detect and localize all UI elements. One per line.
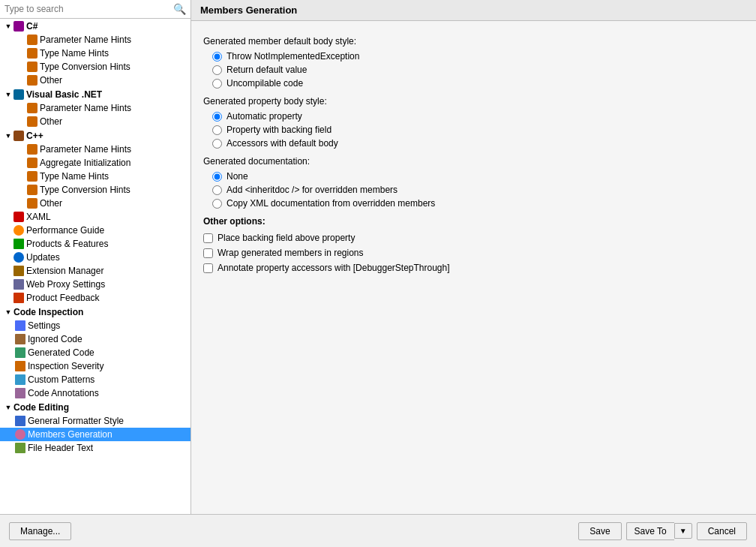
save-to-button-group: Save To ▼ xyxy=(626,522,692,540)
tree-ci-severity[interactable]: Inspection Severity xyxy=(0,359,190,373)
manage-button[interactable]: Manage... xyxy=(9,522,71,540)
tree-cpp-type-name[interactable]: Type Name Hints xyxy=(0,170,190,183)
save-button[interactable]: Save xyxy=(578,522,621,540)
tree-web-proxy[interactable]: ▶ Web Proxy Settings xyxy=(0,278,190,291)
tree-vb-param-hints[interactable]: Parameter Name Hints xyxy=(0,101,190,115)
hints-icon xyxy=(27,62,38,72)
hints-icon xyxy=(27,198,38,209)
prop-body-group: Automatic property Property with backing… xyxy=(212,111,744,149)
checkbox-2: Annotate property accessors with [Debugg… xyxy=(203,263,744,273)
checkbox-0: Place backing field above property xyxy=(203,233,744,243)
doc-radio-2[interactable] xyxy=(212,199,222,209)
doc-group: None Add <inheritdoc /> for overridden m… xyxy=(212,171,744,209)
custom-icon xyxy=(15,374,26,385)
tree-products[interactable]: ▶ Products & Features xyxy=(0,237,190,251)
xaml-icon xyxy=(14,212,24,222)
tree-vbnet[interactable]: ▼ Visual Basic .NET xyxy=(0,87,190,101)
prop-body-radio-1[interactable] xyxy=(212,125,222,135)
prop-body-opt-2: Accessors with default body xyxy=(212,138,744,149)
prop-body-radio-2[interactable] xyxy=(212,139,222,149)
tree-csharp-type-name[interactable]: Type Name Hints xyxy=(0,47,190,60)
doc-radio-0[interactable] xyxy=(212,172,222,182)
cpp-arrow: ▼ xyxy=(3,131,14,141)
tree-csharp[interactable]: ▼ C# xyxy=(0,19,190,33)
tree-xaml[interactable]: ▶ XAML xyxy=(0,210,190,224)
tree-ce-gen-fmt[interactable]: General Formatter Style xyxy=(0,414,190,428)
prop-body-opt-1-label: Property with backing field xyxy=(226,125,332,135)
tree-ci-settings[interactable]: Settings xyxy=(0,319,190,332)
tree-ci-custom[interactable]: Custom Patterns xyxy=(0,373,190,386)
tree-ce-file-header[interactable]: File Header Text xyxy=(0,441,190,455)
ignored-icon xyxy=(15,334,26,344)
checkbox-input-1[interactable] xyxy=(203,248,213,258)
prop-body-opt-2-label: Accessors with default body xyxy=(226,138,338,149)
vbnet-label: Visual Basic .NET xyxy=(26,89,102,100)
panel-title: Members Generation xyxy=(191,0,756,21)
hints-icon xyxy=(27,185,38,195)
tree-csharp-other[interactable]: Other xyxy=(0,74,190,87)
members-icon xyxy=(15,429,26,440)
doc-label: Generated documentation: xyxy=(203,156,744,167)
search-bar: 🔍 xyxy=(0,0,190,19)
severity-icon xyxy=(15,361,26,371)
code-edit-arrow: ▼ xyxy=(3,402,14,413)
other-options-title: Other options: xyxy=(203,216,744,227)
checkbox-input-0[interactable] xyxy=(203,233,213,243)
doc-radio-1[interactable] xyxy=(212,185,222,195)
vbnet-arrow: ▼ xyxy=(3,89,14,100)
tree-vb-other[interactable]: Other xyxy=(0,115,190,128)
tree-csharp-type-conv[interactable]: Type Conversion Hints xyxy=(0,60,190,74)
hints-icon xyxy=(27,171,38,182)
body-style-opt-0-label: Throw NotImplementedException xyxy=(226,51,359,62)
updates-icon xyxy=(14,252,24,263)
prop-body-label: Generated property body style: xyxy=(203,96,744,107)
tree-cpp-other[interactable]: Other xyxy=(0,197,190,210)
annot-icon xyxy=(15,388,26,398)
checkbox-input-2[interactable] xyxy=(203,263,213,273)
tree-ce-members-gen[interactable]: Members Generation xyxy=(0,428,190,441)
save-to-button[interactable]: Save To xyxy=(626,522,674,540)
tree-csharp-param-hints[interactable]: Parameter Name Hints xyxy=(0,33,190,47)
tree-code-editing[interactable]: ▼ Code Editing xyxy=(0,400,190,414)
checkbox-label-0: Place backing field above property xyxy=(218,233,355,243)
prop-body-radio-0[interactable] xyxy=(212,112,222,122)
cancel-button[interactable]: Cancel xyxy=(697,522,747,540)
tree-code-inspection[interactable]: ▼ Code Inspection xyxy=(0,305,190,319)
body-style-radio-1[interactable] xyxy=(212,65,222,75)
hints-icon xyxy=(27,144,38,155)
settings-icon xyxy=(15,320,26,331)
hints-icon xyxy=(27,116,38,127)
save-to-arrow-button[interactable]: ▼ xyxy=(674,523,692,539)
left-panel: 🔍 ▼ C# Parameter Name Hints Type Name Hi… xyxy=(0,0,191,514)
tree-cpp-type-conv[interactable]: Type Conversion Hints xyxy=(0,183,190,197)
tree-ci-ignored-code[interactable]: Ignored Code xyxy=(0,332,190,346)
doc-opt-0: None xyxy=(212,171,744,182)
prop-body-opt-1: Property with backing field xyxy=(212,125,744,135)
body-style-opt-2: Uncompilable code xyxy=(212,78,744,89)
file-hdr-icon xyxy=(15,443,26,453)
tree-updates[interactable]: ▶ Updates xyxy=(0,251,190,264)
body-style-radio-2[interactable] xyxy=(212,79,222,89)
checkbox-label-1: Wrap generated members in regions xyxy=(218,248,364,258)
tree-ci-annotations[interactable]: Code Annotations xyxy=(0,386,190,400)
body-style-opt-1: Return default value xyxy=(212,65,744,75)
doc-opt-1: Add <inheritdoc /> for overridden member… xyxy=(212,185,744,195)
cpp-label: C++ xyxy=(26,131,44,141)
body-style-radio-0[interactable] xyxy=(212,52,222,62)
checkbox-label-2: Annotate property accessors with [Debugg… xyxy=(218,263,450,273)
tree-cpp-agg-init[interactable]: Aggregate Initialization xyxy=(0,156,190,170)
tree-perf[interactable]: ▶ Performance Guide xyxy=(0,224,190,237)
tree-ci-generated-code[interactable]: Generated Code xyxy=(0,346,190,359)
vbnet-icon xyxy=(14,89,24,100)
search-input[interactable] xyxy=(4,4,173,14)
tree-cpp[interactable]: ▼ C++ xyxy=(0,128,190,143)
csharp-icon xyxy=(14,21,24,32)
tree-cpp-param-hints[interactable]: Parameter Name Hints xyxy=(0,143,190,156)
doc-opt-2-label: Copy XML documentation from overridden m… xyxy=(226,198,435,209)
tree-ext-manager[interactable]: ▶ Extension Manager xyxy=(0,264,190,278)
right-panel: Members Generation Generated member defa… xyxy=(191,0,756,514)
doc-opt-0-label: None xyxy=(226,171,248,182)
tree-product-feedback[interactable]: ▶ Product Feedback xyxy=(0,291,190,305)
doc-opt-1-label: Add <inheritdoc /> for overridden member… xyxy=(226,185,398,195)
body-style-group: Throw NotImplementedException Return def… xyxy=(212,51,744,89)
